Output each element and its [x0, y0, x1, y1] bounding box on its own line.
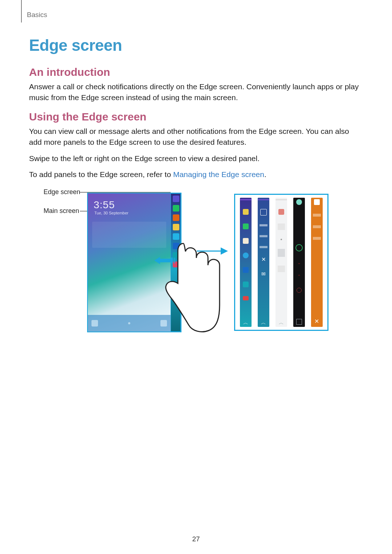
card	[278, 223, 285, 230]
contact-icon	[173, 214, 179, 221]
lock-date: Tue, 30 September	[88, 211, 171, 215]
mail-icon	[173, 224, 179, 230]
weather-widget	[92, 222, 166, 248]
panel-music: ⌄ ⌃	[293, 198, 305, 327]
header-rule	[21, 0, 22, 22]
using-p3: To add panels to the Edge screen, refer …	[29, 169, 363, 180]
mail-outline-icon: ✉	[261, 271, 266, 277]
phone-icon	[243, 223, 249, 229]
card	[278, 249, 285, 257]
chevron-up-icon: ︿	[243, 320, 248, 325]
panel-tasks: ✕ ✉ ︿	[258, 198, 269, 327]
browser-icon	[243, 253, 249, 258]
page-dot-icon	[128, 322, 130, 324]
phone-icon	[173, 205, 179, 212]
chevron-up-icon: ︿	[261, 320, 266, 325]
camera-icon	[243, 267, 249, 273]
card	[278, 266, 285, 272]
dot-icon	[281, 239, 282, 240]
arrow-right-icon	[196, 245, 229, 257]
svg-marker-4	[221, 247, 228, 255]
panel-messaging: ✕	[311, 198, 323, 327]
list-item	[313, 214, 321, 217]
list-item	[260, 224, 268, 226]
close-icon: ✕	[261, 257, 266, 263]
section-heading-using: Using the Edge screen	[29, 111, 363, 123]
using-p2: Swipe to the left or right on the Edge s…	[29, 153, 363, 164]
breadcrumb: Basics	[27, 11, 363, 19]
edge-screen-figure: Edge screen Main screen 3:55 Tue, 30 Sep…	[29, 185, 363, 341]
list-item	[313, 225, 321, 228]
checkbox-icon	[260, 209, 267, 216]
mail-icon	[243, 238, 249, 244]
close-icon: ✕	[314, 320, 319, 325]
expand-icon	[296, 319, 302, 325]
callout-edge-label: Edge screen	[44, 188, 80, 196]
lock-clock: 3:55	[88, 193, 171, 211]
album-art-icon	[296, 199, 302, 205]
callout-main-label: Main screen	[44, 207, 79, 215]
page-number: 27	[0, 535, 392, 543]
edge-panels-gallery: ︿ ✕ ✉ ︿ ︿	[234, 194, 328, 331]
panel-header	[258, 199, 269, 200]
play-icon	[295, 244, 303, 251]
mail-icon	[314, 199, 320, 205]
manual-page: Basics Edge screen An introduction Answe…	[0, 0, 392, 554]
panel-header	[240, 199, 252, 200]
chevron-up-icon: ⌃	[297, 274, 301, 279]
panel-briefing: ︿	[275, 198, 287, 327]
star-icon	[173, 196, 179, 202]
intro-body: Answer a call or check notifications dir…	[29, 81, 363, 103]
phone-icon	[91, 320, 98, 327]
panel-favorites: ︿	[240, 198, 252, 327]
apps-icon	[243, 296, 249, 300]
gallery-icon	[243, 282, 249, 287]
using-p3-prefix: To add panels to the Edge screen, refer …	[29, 170, 173, 178]
record-icon	[297, 288, 302, 293]
page-title: Edge screen	[29, 36, 363, 54]
section-heading-introduction: An introduction	[29, 66, 363, 78]
list-item	[313, 237, 321, 240]
tile-icon	[278, 209, 284, 215]
managing-edge-link[interactable]: Managing the Edge screen	[173, 170, 264, 178]
using-p3-suffix: .	[264, 170, 266, 178]
chevron-up-icon: ︿	[279, 320, 284, 325]
browser-icon	[173, 233, 179, 240]
list-item	[260, 246, 268, 248]
using-p1: You can view call or message alerts and …	[29, 126, 363, 148]
star-icon	[243, 209, 249, 215]
list-item	[260, 235, 268, 237]
chevron-down-icon: ⌄	[297, 260, 301, 265]
panel-header	[275, 199, 287, 200]
